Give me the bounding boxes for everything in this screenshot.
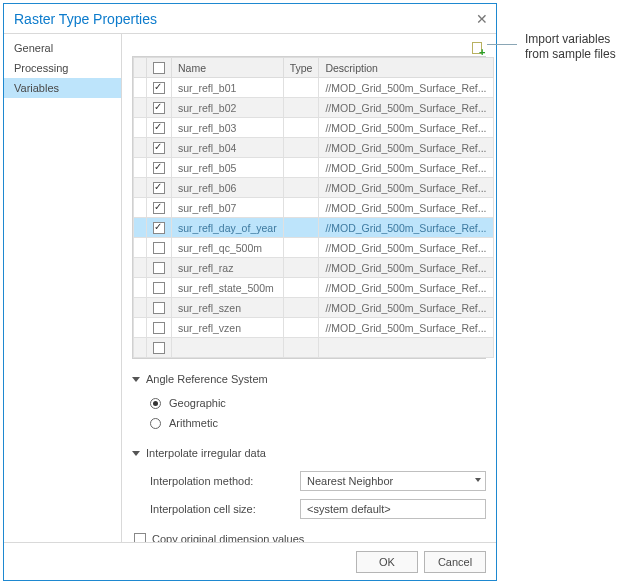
- cell-desc[interactable]: //MOD_Grid_500m_Surface_Ref...: [319, 158, 493, 178]
- checkbox-icon[interactable]: [153, 122, 165, 134]
- row-checkbox-cell[interactable]: [147, 118, 172, 138]
- row-checkbox-cell[interactable]: [147, 318, 172, 338]
- table-row[interactable]: sur_refl_qc_500m//MOD_Grid_500m_Surface_…: [134, 238, 494, 258]
- cell-type[interactable]: [283, 298, 319, 318]
- cell-type[interactable]: [283, 338, 319, 358]
- row-handle[interactable]: [134, 98, 147, 118]
- cell-name[interactable]: sur_refl_day_of_year: [172, 218, 284, 238]
- table-row[interactable]: sur_refl_b02//MOD_Grid_500m_Surface_Ref.…: [134, 98, 494, 118]
- cell-name[interactable]: sur_refl_b06: [172, 178, 284, 198]
- checkbox-icon[interactable]: [153, 322, 165, 334]
- row-checkbox-cell[interactable]: [147, 278, 172, 298]
- table-row[interactable]: sur_refl_day_of_year//MOD_Grid_500m_Surf…: [134, 218, 494, 238]
- cell-type[interactable]: [283, 118, 319, 138]
- radio-arithmetic[interactable]: Arithmetic: [132, 413, 486, 433]
- row-checkbox-cell[interactable]: [147, 338, 172, 358]
- table-row[interactable]: sur_refl_b06//MOD_Grid_500m_Surface_Ref.…: [134, 178, 494, 198]
- col-header-desc[interactable]: Description: [319, 58, 493, 78]
- cell-type[interactable]: [283, 218, 319, 238]
- cell-desc[interactable]: //MOD_Grid_500m_Surface_Ref...: [319, 178, 493, 198]
- row-checkbox-cell[interactable]: [147, 258, 172, 278]
- checkbox-icon[interactable]: [153, 202, 165, 214]
- row-handle[interactable]: [134, 78, 147, 98]
- row-handle[interactable]: [134, 218, 147, 238]
- cell-type[interactable]: [283, 158, 319, 178]
- row-checkbox-cell[interactable]: [147, 178, 172, 198]
- cell-name[interactable]: sur_refl_b04: [172, 138, 284, 158]
- checkbox-icon[interactable]: [153, 262, 165, 274]
- checkbox-icon[interactable]: [153, 182, 165, 194]
- cancel-button[interactable]: Cancel: [424, 551, 486, 573]
- row-checkbox-cell[interactable]: [147, 238, 172, 258]
- import-variables-button[interactable]: +: [470, 40, 486, 56]
- checkbox-icon[interactable]: [153, 62, 165, 74]
- table-row[interactable]: sur_refl_b01//MOD_Grid_500m_Surface_Ref.…: [134, 78, 494, 98]
- col-header-type[interactable]: Type: [283, 58, 319, 78]
- checkbox-icon[interactable]: [153, 82, 165, 94]
- row-handle[interactable]: [134, 338, 147, 358]
- cell-desc[interactable]: //MOD_Grid_500m_Surface_Ref...: [319, 138, 493, 158]
- row-handle[interactable]: [134, 178, 147, 198]
- cell-desc[interactable]: //MOD_Grid_500m_Surface_Ref...: [319, 278, 493, 298]
- cell-type[interactable]: [283, 98, 319, 118]
- cell-name[interactable]: sur_refl_b07: [172, 198, 284, 218]
- cell-desc[interactable]: //MOD_Grid_500m_Surface_Ref...: [319, 258, 493, 278]
- sidebar-item-processing[interactable]: Processing: [4, 58, 121, 78]
- cell-name[interactable]: sur_refl_b03: [172, 118, 284, 138]
- table-row[interactable]: sur_refl_state_500m//MOD_Grid_500m_Surfa…: [134, 278, 494, 298]
- row-handle[interactable]: [134, 198, 147, 218]
- checkbox-icon[interactable]: [153, 282, 165, 294]
- row-handle[interactable]: [134, 298, 147, 318]
- checkbox-icon[interactable]: [153, 302, 165, 314]
- sidebar-item-variables[interactable]: Variables: [4, 78, 121, 98]
- row-checkbox-cell[interactable]: [147, 138, 172, 158]
- checkbox-icon[interactable]: [153, 242, 165, 254]
- row-handle[interactable]: [134, 278, 147, 298]
- col-header-handle[interactable]: [134, 58, 147, 78]
- interp-cell-input[interactable]: <system default>: [300, 499, 486, 519]
- checkbox-icon[interactable]: [153, 162, 165, 174]
- cell-desc[interactable]: //MOD_Grid_500m_Surface_Ref...: [319, 118, 493, 138]
- radio-geographic[interactable]: Geographic: [132, 393, 486, 413]
- cell-name[interactable]: sur_refl_b05: [172, 158, 284, 178]
- table-row[interactable]: sur_refl_b04//MOD_Grid_500m_Surface_Ref.…: [134, 138, 494, 158]
- sidebar-item-general[interactable]: General: [4, 38, 121, 58]
- table-row[interactable]: sur_refl_b05//MOD_Grid_500m_Surface_Ref.…: [134, 158, 494, 178]
- cell-name[interactable]: sur_refl_state_500m: [172, 278, 284, 298]
- row-checkbox-cell[interactable]: [147, 198, 172, 218]
- cell-type[interactable]: [283, 318, 319, 338]
- angle-section-header[interactable]: Angle Reference System: [132, 373, 486, 385]
- checkbox-icon[interactable]: [153, 222, 165, 234]
- cell-name[interactable]: sur_refl_qc_500m: [172, 238, 284, 258]
- cell-type[interactable]: [283, 78, 319, 98]
- cell-type[interactable]: [283, 278, 319, 298]
- cell-desc[interactable]: //MOD_Grid_500m_Surface_Ref...: [319, 198, 493, 218]
- cell-name[interactable]: sur_refl_b02: [172, 98, 284, 118]
- row-handle[interactable]: [134, 238, 147, 258]
- cell-desc[interactable]: //MOD_Grid_500m_Surface_Ref...: [319, 238, 493, 258]
- cell-name[interactable]: sur_refl_b01: [172, 78, 284, 98]
- interpolate-section-header[interactable]: Interpolate irregular data: [132, 447, 486, 459]
- cell-type[interactable]: [283, 138, 319, 158]
- cell-name[interactable]: sur_refl_raz: [172, 258, 284, 278]
- table-row[interactable]: sur_refl_b03//MOD_Grid_500m_Surface_Ref.…: [134, 118, 494, 138]
- table-row[interactable]: sur_refl_vzen//MOD_Grid_500m_Surface_Ref…: [134, 318, 494, 338]
- row-handle[interactable]: [134, 158, 147, 178]
- cell-type[interactable]: [283, 258, 319, 278]
- cell-desc[interactable]: //MOD_Grid_500m_Surface_Ref...: [319, 218, 493, 238]
- row-checkbox-cell[interactable]: [147, 78, 172, 98]
- table-row[interactable]: sur_refl_raz//MOD_Grid_500m_Surface_Ref.…: [134, 258, 494, 278]
- cell-type[interactable]: [283, 198, 319, 218]
- cell-name[interactable]: sur_refl_vzen: [172, 318, 284, 338]
- cell-desc[interactable]: //MOD_Grid_500m_Surface_Ref...: [319, 78, 493, 98]
- row-handle[interactable]: [134, 118, 147, 138]
- row-handle[interactable]: [134, 258, 147, 278]
- cell-name[interactable]: [172, 338, 284, 358]
- cell-desc[interactable]: //MOD_Grid_500m_Surface_Ref...: [319, 318, 493, 338]
- table-row[interactable]: [134, 338, 494, 358]
- row-checkbox-cell[interactable]: [147, 218, 172, 238]
- cell-desc[interactable]: //MOD_Grid_500m_Surface_Ref...: [319, 298, 493, 318]
- table-row[interactable]: sur_refl_b07//MOD_Grid_500m_Surface_Ref.…: [134, 198, 494, 218]
- checkbox-icon[interactable]: [153, 142, 165, 154]
- checkbox-icon[interactable]: [153, 342, 165, 354]
